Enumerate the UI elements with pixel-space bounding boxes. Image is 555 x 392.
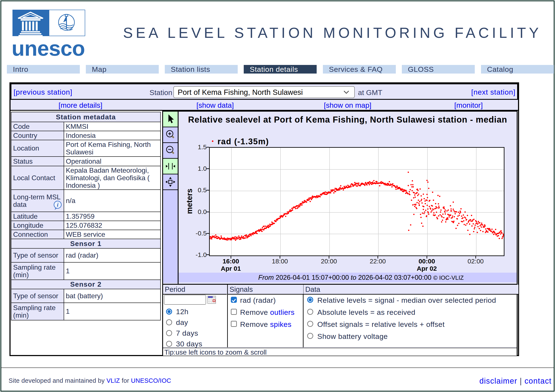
svg-text:i: i bbox=[57, 202, 58, 208]
